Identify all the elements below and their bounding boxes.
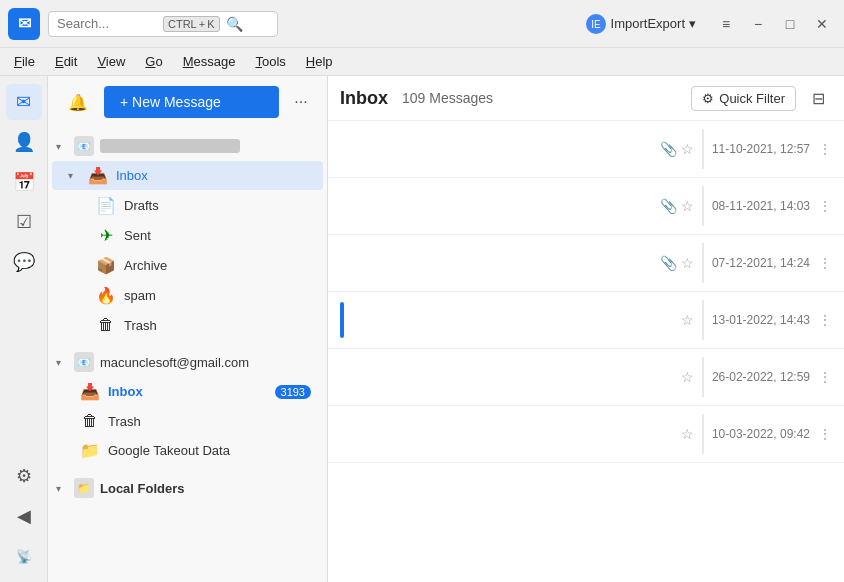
search-button[interactable]: 🔍 <box>226 16 243 32</box>
quick-filter-button[interactable]: ⚙ Quick Filter <box>691 86 796 111</box>
sent-icon: ✈ <box>96 226 116 245</box>
folder-inbox-1[interactable]: ▾ 📥 Inbox <box>52 161 323 190</box>
expand-arrow-1[interactable]: ▾ <box>56 141 68 152</box>
separator <box>702 186 704 226</box>
search-input[interactable] <box>57 16 157 31</box>
app-icon: ✉ <box>8 8 40 40</box>
menu-file[interactable]: File <box>4 51 45 72</box>
message-timestamp: 11-10-2021, 12:57 <box>712 142 810 156</box>
table-row[interactable]: 📎 ☆ 07-12-2021, 14:24 ⋮ <box>328 235 844 292</box>
icon-strip: ✉ 👤 📅 ☑ 💬 ⚙ ◀ 📡 <box>0 76 48 582</box>
archive-icon: 📦 <box>96 256 116 275</box>
message-more-button[interactable]: ⋮ <box>818 255 832 271</box>
search-bar[interactable]: CTRL + K 🔍 <box>48 11 278 37</box>
collapse-icon[interactable]: ◀ <box>6 498 42 534</box>
folder-google-takeout[interactable]: 📁 Google Takeout Data <box>52 436 323 465</box>
account-row-1[interactable]: ▾ 📧 <box>48 132 327 160</box>
titlebar: ✉ CTRL + K 🔍 IE ImportExport ▾ ≡ − □ ✕ <box>0 0 844 48</box>
tasks-icon[interactable]: ☑ <box>6 204 42 240</box>
menu-message[interactable]: Message <box>173 51 246 72</box>
attachment-icon[interactable]: 📎 <box>660 255 677 271</box>
account-name-blurred <box>100 139 240 153</box>
attachment-icon[interactable]: 📎 <box>660 198 677 214</box>
address-book-icon[interactable]: 👤 <box>6 124 42 160</box>
table-row[interactable]: ☆ 26-02-2022, 12:59 ⋮ <box>328 349 844 406</box>
message-actions: ☆ <box>681 369 694 385</box>
message-list: 📎 ☆ 11-10-2021, 12:57 ⋮ 📎 ☆ 08-11-2021, … <box>328 121 844 582</box>
message-actions: ☆ <box>681 426 694 442</box>
menu-help[interactable]: Help <box>296 51 343 72</box>
expand-arrow-2[interactable]: ▾ <box>56 357 68 368</box>
unread-indicator <box>340 188 344 224</box>
separator <box>702 300 704 340</box>
separator <box>702 243 704 283</box>
menu-edit[interactable]: Edit <box>45 51 87 72</box>
star-icon[interactable]: ☆ <box>681 255 694 271</box>
table-row[interactable]: 📎 ☆ 11-10-2021, 12:57 ⋮ <box>328 121 844 178</box>
search-shortcut: CTRL + K <box>163 16 220 32</box>
settings-icon[interactable]: ⚙ <box>6 458 42 494</box>
separator <box>702 414 704 454</box>
folder-spam[interactable]: 🔥 spam <box>52 281 323 310</box>
account-icon-1: 📧 <box>74 136 94 156</box>
inbox-badge: 3193 <box>275 385 311 399</box>
star-icon[interactable]: ☆ <box>681 369 694 385</box>
local-folders-section: ▾ 📁 Local Folders <box>48 470 327 506</box>
message-more-button[interactable]: ⋮ <box>818 312 832 328</box>
folder-sent[interactable]: ✈ Sent <box>52 221 323 250</box>
message-more-button[interactable]: ⋮ <box>818 369 832 385</box>
message-timestamp: 10-03-2022, 09:42 <box>712 427 810 441</box>
separator <box>702 129 704 169</box>
message-actions: 📎 ☆ <box>660 141 694 157</box>
message-more-button[interactable]: ⋮ <box>818 426 832 442</box>
sidebar-more-button[interactable]: ··· <box>287 88 315 116</box>
star-icon[interactable]: ☆ <box>681 198 694 214</box>
menu-view[interactable]: View <box>87 51 135 72</box>
table-row[interactable]: ☆ 10-03-2022, 09:42 ⋮ <box>328 406 844 463</box>
sidebar: 🔔 + New Message ··· ▾ 📧 ▾ 📥 Inbox 📄 Draf… <box>48 76 328 582</box>
folder-trash-2[interactable]: 🗑 Trash <box>52 407 323 435</box>
attachment-icon[interactable]: 📎 <box>660 141 677 157</box>
message-more-button[interactable]: ⋮ <box>818 141 832 157</box>
folder-drafts[interactable]: 📄 Drafts <box>52 191 323 220</box>
message-count: 109 Messages <box>402 90 493 106</box>
inbox-expand-arrow[interactable]: ▾ <box>68 170 80 181</box>
maximize-button[interactable]: □ <box>776 10 804 38</box>
local-folders-arrow[interactable]: ▾ <box>56 483 68 494</box>
message-more-button[interactable]: ⋮ <box>818 198 832 214</box>
folder-inbox-2[interactable]: 📥 Inbox 3193 <box>52 377 323 406</box>
unread-indicator <box>340 131 344 167</box>
takeout-icon: 📁 <box>80 441 100 460</box>
filter-options-button[interactable]: ⊟ <box>804 84 832 112</box>
trash-icon-2: 🗑 <box>80 412 100 430</box>
message-timestamp: 26-02-2022, 12:59 <box>712 370 810 384</box>
gmail-inbox-icon: 📥 <box>80 382 100 401</box>
radio-icon[interactable]: 📡 <box>6 538 42 574</box>
star-icon[interactable]: ☆ <box>681 141 694 157</box>
star-icon[interactable]: ☆ <box>681 426 694 442</box>
menu-tools[interactable]: Tools <box>245 51 295 72</box>
main-layout: ✉ 👤 📅 ☑ 💬 ⚙ ◀ 📡 🔔 + New Message ··· ▾ 📧 … <box>0 76 844 582</box>
calendar-icon[interactable]: 📅 <box>6 164 42 200</box>
chat-icon[interactable]: 💬 <box>6 244 42 280</box>
local-folders-row[interactable]: ▾ 📁 Local Folders <box>48 474 327 502</box>
import-export-button[interactable]: IE ImportExport ▾ <box>585 13 696 35</box>
trash-icon-1: 🗑 <box>96 316 116 334</box>
message-actions: 📎 ☆ <box>660 255 694 271</box>
new-message-button[interactable]: + New Message <box>104 86 279 118</box>
close-button[interactable]: ✕ <box>808 10 836 38</box>
mail-icon[interactable]: ✉ <box>6 84 42 120</box>
account-section-1: ▾ 📧 ▾ 📥 Inbox 📄 Drafts ✈ Sent 📦 Arc <box>48 128 327 344</box>
menu-go[interactable]: Go <box>135 51 172 72</box>
folder-trash-1[interactable]: 🗑 Trash <box>52 311 323 339</box>
sidebar-bell-icon[interactable]: 🔔 <box>60 84 96 120</box>
hamburger-button[interactable]: ≡ <box>712 10 740 38</box>
star-icon[interactable]: ☆ <box>681 312 694 328</box>
account-row-2[interactable]: ▾ 📧 macunclesoft@gmail.com <box>48 348 327 376</box>
filter-sliders-icon: ⚙ <box>702 91 714 106</box>
folder-archive[interactable]: 📦 Archive <box>52 251 323 280</box>
table-row[interactable]: ☆ 13-01-2022, 14:43 ⋮ <box>328 292 844 349</box>
minimize-button[interactable]: − <box>744 10 772 38</box>
table-row[interactable]: 📎 ☆ 08-11-2021, 14:03 ⋮ <box>328 178 844 235</box>
account-section-2: ▾ 📧 macunclesoft@gmail.com 📥 Inbox 3193 … <box>48 344 327 470</box>
